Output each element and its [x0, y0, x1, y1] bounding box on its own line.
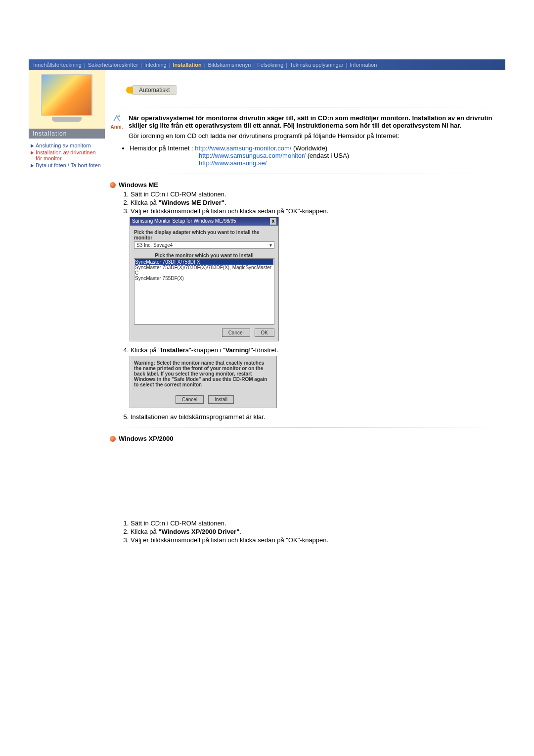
sidebar-title: Installation [29, 129, 105, 139]
intro-text: När operativsystemet för monitorns drivr… [129, 114, 495, 140]
steps-windows-xp: Sätt in CD:n i CD-ROM stationen. Klicka … [122, 520, 500, 544]
heading-windows-xp: Windows XP/2000 [110, 435, 500, 442]
adapter-select[interactable]: S3 Inc. Savage4▾ [134, 241, 274, 249]
steps-windows-me: Sätt in CD:n i CD-ROM stationen. Klicka … [122, 190, 500, 215]
cancel-button[interactable]: Cancel [222, 329, 250, 337]
sidebar-item-label: Anslutning av monitorn [36, 142, 91, 148]
main-content: Automatiskt Anm. När operativsystemet fö… [105, 70, 505, 545]
divider [110, 427, 500, 428]
sidebar-item-label: Byta ut foten / Ta bort foten [36, 162, 101, 168]
divider [110, 107, 500, 107]
tab-automatic[interactable]: Automatiskt [130, 85, 177, 95]
steps-windows-me-cont: Klicka på "Installera"-knappen i "Varnin… [122, 346, 500, 354]
install-button[interactable]: Install [208, 395, 234, 404]
sidebar-links: Anslutning av monitornInstallation av dr… [29, 139, 105, 172]
homesites-list: Hemsidor på Internet : http://www.samsun… [110, 144, 500, 167]
nav-item[interactable]: Installation [171, 62, 204, 68]
link-worldwide[interactable]: http://www.samsung-monitor.com/ [195, 144, 291, 152]
close-icon[interactable]: x [270, 218, 276, 225]
arrow-icon [31, 144, 34, 148]
heading-windows-me: Windows ME [110, 181, 500, 189]
warning-text: Warning: Select the monitor name that ex… [134, 360, 272, 387]
top-nav: Innehållsförteckning|Säkerhetsföreskrift… [29, 59, 505, 70]
monitor-listbox[interactable]: SyncMaster 703DFX/753DFXSyncMaster 753DF… [134, 258, 274, 325]
chevron-down-icon: ▾ [269, 242, 272, 248]
sidebar-item-label: Installation av drivrutinen för monitor [36, 149, 103, 161]
dialog-title: Samsung Monitor Setup for Windows ME/98/… [132, 218, 236, 225]
list-item[interactable]: SyncMaster 703DFX/753DFX [135, 259, 273, 265]
sidebar-item[interactable]: Installation av drivrutinen för monitor [31, 149, 103, 161]
arrow-icon [31, 151, 34, 155]
list-item[interactable]: SyncMaster 755DF(X) [135, 276, 273, 281]
sidebar-item[interactable]: Byta ut foten / Ta bort foten [31, 162, 103, 168]
divider [110, 174, 500, 174]
nav-item[interactable]: Säkerhetsföreskrifter [86, 62, 140, 68]
steps-windows-me-end: Installationen av bildskärmsprogrammet ä… [122, 413, 500, 421]
nav-item[interactable]: Tekniska upplysningar [287, 62, 346, 68]
dialog-warning: Warning: Select the monitor name that ex… [130, 356, 277, 408]
svg-point-0 [118, 115, 120, 117]
sidebar-thumbnail [29, 70, 105, 129]
nav-item[interactable]: Felsökning [255, 62, 286, 68]
note-icon [112, 114, 121, 123]
ok-button[interactable]: OK [255, 329, 274, 337]
dialog-monitor-setup: Samsung Monitor Setup for Windows ME/98/… [130, 217, 279, 341]
cancel-button[interactable]: Cancel [176, 395, 204, 404]
link-se[interactable]: http://www.samsung.se/ [199, 159, 267, 167]
nav-item[interactable]: Bildskärmsmenyn [205, 62, 253, 68]
list-item[interactable]: SyncMaster 753DF(X)/703DF(X)/783DF(X), M… [135, 265, 273, 276]
note-badge: Anm. [110, 114, 124, 130]
monitor-thumbnail [41, 74, 92, 116]
nav-item[interactable]: Innehållsförteckning [31, 62, 84, 68]
bullet-icon [110, 436, 116, 442]
sidebar-item[interactable]: Anslutning av monitorn [31, 142, 103, 148]
nav-item[interactable]: Inledning [142, 62, 169, 68]
arrow-icon [31, 164, 34, 168]
link-usa[interactable]: http://www.samsungusa.com/monitor/ [199, 152, 306, 159]
nav-item[interactable]: Information [347, 62, 379, 68]
sidebar: Installation Anslutning av monitornInsta… [29, 70, 105, 172]
bullet-icon [110, 182, 116, 188]
